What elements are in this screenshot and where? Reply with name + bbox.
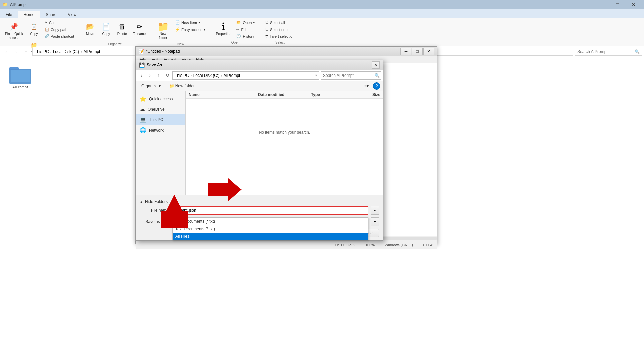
notepad-minimize[interactable]: ─ — [400, 48, 411, 55]
dialog-close-button[interactable]: ✕ — [372, 61, 380, 69]
explorer-title-bar: 📁 AIPrompt ─ □ ✕ — [0, 0, 644, 9]
new-folder-label: Newfolder — [159, 32, 167, 40]
properties-button[interactable]: ℹ Properties — [214, 19, 234, 38]
dropdown-option-all-files[interactable]: All Files — [173, 233, 368, 240]
dialog-search-input[interactable] — [323, 73, 373, 78]
edit-button[interactable]: ✏ Edit — [234, 26, 257, 33]
sidebar-this-pc[interactable]: 💻 This PC — [136, 114, 185, 125]
easy-access-button[interactable]: ⚡ Easy access ▾ — [173, 26, 208, 33]
notepad-title-btns: ─ □ ✕ — [400, 48, 434, 55]
path-sep-2: › — [80, 49, 82, 54]
tab-file[interactable]: File — [0, 11, 18, 18]
help-button[interactable]: ? — [373, 82, 380, 90]
svg-rect-3 — [11, 70, 30, 82]
dialog-new-folder-button[interactable]: 📁 New folder — [166, 82, 198, 90]
dialog-path[interactable]: This PC › Local Disk (C:) › AIPrompt ▾ — [172, 71, 319, 80]
dialog-search[interactable]: 🔍 — [321, 71, 381, 80]
up-button[interactable]: ↑ — [22, 48, 30, 56]
dialog-path-aiprompt[interactable]: AIPrompt — [223, 73, 240, 78]
paste-shortcut-button[interactable]: 🔗 Paste shortcut — [42, 33, 76, 39]
dialog-path-thispc[interactable]: This PC — [175, 73, 189, 78]
view-controls: ≡▾ ? — [361, 82, 380, 90]
rename-icon: ✏ — [134, 21, 145, 32]
dialog-address-bar: ‹ › ↑ ↻ This PC › Local Disk (C:) › AIPr… — [136, 70, 383, 81]
forward-button[interactable]: › — [12, 48, 20, 56]
new-item-button[interactable]: 📄 New item ▾ — [173, 19, 208, 26]
file-name-dropdown-arrow[interactable]: ▾ — [371, 206, 379, 215]
cut-icon: ✂ — [45, 20, 48, 25]
copy-to-label: Copyto — [102, 32, 110, 40]
select-none-button[interactable]: ☐ Select none — [263, 26, 297, 33]
organize-arrow: ▾ — [159, 84, 161, 88]
select-all-button[interactable]: ☑ Select all — [263, 19, 297, 26]
header-name[interactable]: Name — [189, 92, 255, 97]
open-button[interactable]: 📂 Open ▾ — [234, 19, 257, 26]
path-part-aiprompt[interactable]: AIPrompt — [83, 49, 100, 54]
dialog-forward-button[interactable]: › — [146, 72, 154, 79]
new-group: 📁 Newfolder 📄 New item ▾ ⚡ Easy access ▾ — [151, 19, 211, 44]
open-label: Open — [231, 41, 239, 44]
pin-to-quick-access-button[interactable]: 📌 Pin to Quickaccess — [3, 19, 25, 42]
back-button[interactable]: ‹ — [2, 48, 10, 56]
rename-button[interactable]: ✏ Rename — [130, 19, 148, 38]
properties-icon: ℹ — [218, 21, 229, 32]
dialog-refresh-button[interactable]: ↻ — [164, 72, 171, 79]
minimize-button[interactable]: ─ — [594, 0, 609, 9]
header-type[interactable]: Type — [311, 92, 344, 97]
header-size[interactable]: Size — [347, 92, 380, 97]
move-label: Moveto — [86, 32, 94, 40]
tab-home[interactable]: Home — [18, 11, 40, 18]
pin-label: Pin to Quickaccess — [5, 32, 23, 40]
folder-label-aiprompt: AIPrompt — [12, 85, 28, 89]
header-date[interactable]: Date modified — [258, 92, 308, 97]
tab-share[interactable]: Share — [40, 11, 62, 18]
ribbon: File Home Share View 📌 Pin to Quickacces… — [0, 9, 644, 46]
save-type-dropdown[interactable]: Text Documents (*.txt) Text Documents (*… — [172, 217, 368, 240]
dialog-organize-button[interactable]: Organize ▾ — [138, 82, 164, 90]
move-to-button[interactable]: 📂 Moveto — [82, 19, 98, 42]
file-name-input[interactable] — [172, 206, 368, 215]
maximize-button[interactable]: □ — [610, 0, 625, 9]
save-type-dropdown-arrow[interactable]: ▾ — [371, 217, 379, 226]
copy-button[interactable]: 📋 Copy — [26, 19, 42, 38]
search-box[interactable]: 🔍 — [575, 48, 642, 56]
dialog-path-localdisk[interactable]: Local Disk (C:) — [193, 73, 220, 78]
dialog-up-button[interactable]: ↑ — [155, 72, 162, 79]
copy-path-button[interactable]: 📋 Copy path — [42, 26, 76, 33]
explorer-icon: 📁 — [3, 2, 8, 7]
close-button[interactable]: ✕ — [626, 0, 641, 9]
history-button[interactable]: 🕐 History — [234, 33, 257, 39]
rename-label: Rename — [133, 32, 146, 36]
cut-label: Cut — [49, 21, 55, 25]
search-input[interactable] — [577, 49, 633, 54]
sidebar-quick-access[interactable]: ⭐ Quick access — [136, 94, 185, 104]
new-item-icon: 📄 — [175, 20, 180, 25]
move-icon: 📂 — [85, 21, 95, 32]
select-all-label: Select all — [270, 21, 285, 25]
dropdown-option-txt2[interactable]: Text Documents (*.txt) — [173, 225, 368, 233]
path-part-local-disk[interactable]: Local Disk (C:) — [53, 49, 79, 54]
copy-to-button[interactable]: 📄 Copyto — [98, 19, 114, 42]
copy-path-label: Copy path — [51, 28, 67, 32]
easy-access-arrow: ▾ — [204, 27, 206, 32]
properties-label: Properties — [216, 32, 231, 36]
paste-shortcut-label: Paste shortcut — [51, 34, 74, 38]
delete-button[interactable]: 🗑 Delete — [114, 19, 130, 38]
notepad-maximize[interactable]: □ — [412, 48, 423, 55]
copy-label: Copy — [30, 32, 38, 36]
new-folder-button[interactable]: 📁 Newfolder — [154, 19, 172, 42]
notepad-close[interactable]: ✕ — [423, 48, 434, 55]
invert-selection-button[interactable]: ⇄ Invert selection — [263, 33, 297, 39]
sidebar-onedrive[interactable]: ☁ OneDrive — [136, 104, 185, 114]
cut-button[interactable]: ✂ Cut — [42, 19, 76, 26]
dropdown-option-txt1[interactable]: Text Documents (*.txt) — [173, 218, 368, 225]
folder-image — [9, 66, 31, 84]
delete-label: Delete — [117, 32, 127, 36]
tab-view[interactable]: View — [62, 11, 82, 18]
folder-item-aiprompt[interactable]: AIPrompt — [7, 64, 34, 91]
dialog-back-button[interactable]: ‹ — [138, 72, 145, 79]
view-list-button[interactable]: ≡▾ — [361, 82, 372, 90]
sidebar-network[interactable]: 🌐 Network — [136, 125, 185, 135]
path-part-this-pc[interactable]: This PC — [35, 49, 49, 54]
this-pc-label: This PC — [149, 117, 163, 122]
